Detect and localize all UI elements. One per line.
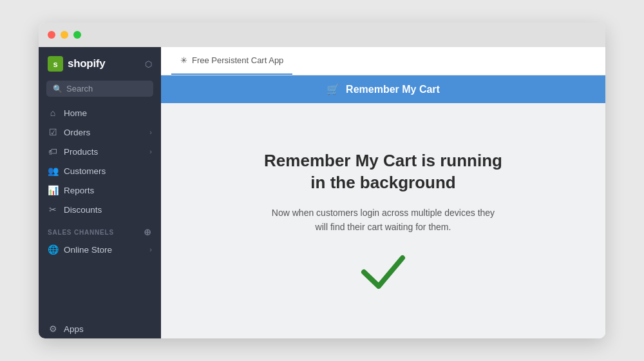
success-checkmark-icon [361, 253, 406, 291]
sidebar-item-online-store[interactable]: 🌐 Online Store › [39, 240, 161, 259]
main-heading: Remember My Cart is running in the backg… [264, 150, 502, 194]
sidebar-item-reports[interactable]: 📊 Reports [39, 180, 161, 200]
traffic-light-fullscreen[interactable] [73, 31, 81, 39]
sidebar-item-online-store-label: Online Store [64, 245, 112, 255]
sidebar: s shopify ⬡ 🔍 ⌂ Home ☑ Orders › [39, 47, 161, 338]
sidebar-item-discounts-label: Discounts [64, 205, 102, 215]
search-box[interactable]: 🔍 [46, 81, 153, 97]
sidebar-item-customers-label: Customers [64, 166, 106, 176]
traffic-light-close[interactable] [48, 31, 55, 39]
traffic-light-minimize[interactable] [61, 31, 68, 39]
online-store-arrow-icon: › [149, 246, 152, 253]
apps-icon: ⚙ [48, 324, 58, 334]
shopify-logo: s shopify [48, 56, 105, 72]
search-icon: 🔍 [53, 84, 62, 93]
search-input[interactable] [66, 84, 147, 93]
sidebar-item-discounts[interactable]: ✂ Discounts [39, 200, 161, 219]
sidebar-item-orders-label: Orders [64, 128, 90, 137]
reports-icon: 📊 [48, 185, 58, 195]
main-heading-line1: Remember My Cart is running [264, 151, 502, 170]
page-header: 🛒 Remember My Cart [161, 75, 605, 103]
browser-body: s shopify ⬡ 🔍 ⌂ Home ☑ Orders › [39, 47, 605, 338]
orders-arrow-icon: › [149, 128, 152, 136]
shopify-s-letter: s [53, 59, 57, 69]
sidebar-item-home[interactable]: ⌂ Home [39, 103, 161, 122]
main-content: ✳ Free Persistent Cart App 🛒 Remember My… [161, 47, 605, 338]
tab-plugin-icon: ✳ [180, 55, 187, 65]
sales-channels-section-label: SALES CHANNELS ⊕ [39, 219, 161, 240]
products-arrow-icon: › [149, 148, 152, 155]
tab-label: Free Persistent Cart App [192, 55, 283, 65]
page-body: Remember My Cart is running in the backg… [161, 103, 605, 338]
add-channel-icon[interactable]: ⊕ [144, 227, 152, 237]
sidebar-item-apps-label: Apps [64, 324, 84, 334]
external-link-icon[interactable]: ⬡ [145, 59, 152, 69]
sidebar-bottom: ⚙ Apps [39, 319, 161, 338]
sub-text: Now when customers login across multiple… [267, 206, 499, 235]
main-heading-line2: in the background [310, 173, 455, 192]
tab-free-persistent-cart[interactable]: ✳ Free Persistent Cart App [171, 47, 292, 75]
page-header-title: Remember My Cart [346, 84, 440, 95]
sidebar-item-orders[interactable]: ☑ Orders › [39, 122, 161, 142]
customers-icon: 👥 [48, 166, 58, 176]
cart-icon: 🛒 [327, 83, 339, 95]
shopify-icon: s [48, 56, 63, 72]
sidebar-item-customers[interactable]: 👥 Customers [39, 161, 161, 180]
browser-titlebar [39, 23, 605, 47]
browser-window: s shopify ⬡ 🔍 ⌂ Home ☑ Orders › [39, 23, 605, 338]
sidebar-item-reports-label: Reports [64, 186, 94, 195]
sidebar-item-home-label: Home [64, 108, 87, 118]
sidebar-item-products[interactable]: 🏷 Products › [39, 142, 161, 161]
sales-channels-text: SALES CHANNELS [48, 229, 114, 236]
sidebar-item-products-label: Products [64, 147, 98, 157]
discounts-icon: ✂ [48, 204, 58, 215]
sidebar-item-apps[interactable]: ⚙ Apps [39, 319, 161, 338]
online-store-icon: 🌐 [48, 244, 58, 255]
products-icon: 🏷 [48, 146, 58, 157]
sidebar-header: s shopify ⬡ [39, 47, 161, 78]
tab-bar: ✳ Free Persistent Cart App [161, 47, 605, 75]
orders-icon: ☑ [48, 127, 58, 137]
home-icon: ⌂ [48, 108, 58, 118]
shopify-name: shopify [68, 57, 105, 70]
